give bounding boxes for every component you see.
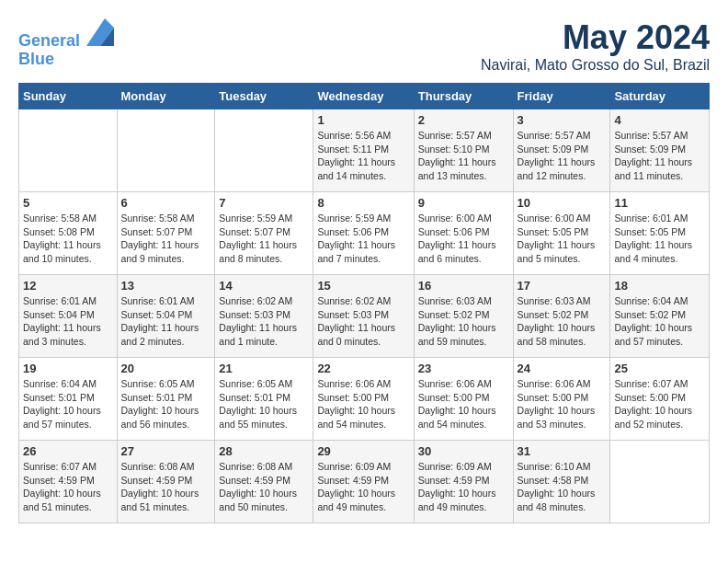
- logo-general: General: [18, 31, 80, 50]
- day-cell: 25Sunrise: 6:07 AM Sunset: 5:00 PM Dayli…: [610, 358, 710, 441]
- day-number: 22: [317, 362, 409, 375]
- header-monday: Monday: [117, 84, 215, 109]
- day-number: 25: [614, 362, 705, 375]
- day-info: Sunrise: 5:59 AM Sunset: 5:06 PM Dayligh…: [317, 212, 409, 266]
- logo-icon: [86, 18, 114, 46]
- day-info: Sunrise: 6:04 AM Sunset: 5:02 PM Dayligh…: [614, 294, 705, 349]
- day-cell: [610, 441, 710, 523]
- day-info: Sunrise: 5:56 AM Sunset: 5:11 PM Dayligh…: [317, 129, 409, 183]
- day-cell: 21Sunrise: 6:05 AM Sunset: 5:01 PM Dayli…: [215, 358, 313, 441]
- day-number: 20: [121, 362, 211, 375]
- day-info: Sunrise: 5:58 AM Sunset: 5:07 PM Dayligh…: [121, 212, 211, 266]
- day-cell: 28Sunrise: 6:08 AM Sunset: 4:59 PM Dayli…: [215, 441, 313, 523]
- week-row-4: 19Sunrise: 6:04 AM Sunset: 5:01 PM Dayli…: [19, 358, 710, 441]
- day-info: Sunrise: 6:06 AM Sunset: 5:00 PM Dayligh…: [518, 377, 607, 431]
- day-cell: [19, 109, 118, 192]
- day-number: 29: [317, 444, 409, 458]
- logo: General Blue: [18, 18, 114, 69]
- day-cell: 31Sunrise: 6:10 AM Sunset: 4:58 PM Dayli…: [513, 441, 610, 523]
- day-number: 27: [121, 444, 211, 458]
- day-info: Sunrise: 6:04 AM Sunset: 5:01 PM Dayligh…: [23, 377, 113, 431]
- month-title: May 2024: [481, 18, 710, 57]
- header-friday: Friday: [513, 84, 610, 109]
- day-number: 4: [614, 113, 705, 127]
- day-cell: 12Sunrise: 6:01 AM Sunset: 5:04 PM Dayli…: [19, 275, 118, 358]
- day-info: Sunrise: 6:10 AM Sunset: 4:58 PM Dayligh…: [518, 460, 607, 514]
- day-number: 2: [418, 113, 509, 127]
- day-info: Sunrise: 6:00 AM Sunset: 5:06 PM Dayligh…: [418, 212, 509, 266]
- day-info: Sunrise: 6:08 AM Sunset: 4:59 PM Dayligh…: [219, 460, 309, 514]
- day-number: 7: [219, 196, 309, 210]
- day-info: Sunrise: 5:57 AM Sunset: 5:10 PM Dayligh…: [418, 129, 509, 183]
- header-row: SundayMondayTuesdayWednesdayThursdayFrid…: [19, 84, 710, 109]
- day-cell: 13Sunrise: 6:01 AM Sunset: 5:04 PM Dayli…: [117, 275, 215, 358]
- day-info: Sunrise: 6:05 AM Sunset: 5:01 PM Dayligh…: [219, 377, 309, 431]
- calendar-table: SundayMondayTuesdayWednesdayThursdayFrid…: [18, 83, 710, 523]
- header-saturday: Saturday: [610, 84, 710, 109]
- header-tuesday: Tuesday: [215, 84, 313, 109]
- location: Navirai, Mato Grosso do Sul, Brazil: [481, 57, 710, 74]
- day-cell: [117, 109, 215, 192]
- week-row-2: 5Sunrise: 5:58 AM Sunset: 5:08 PM Daylig…: [19, 192, 710, 275]
- day-cell: 10Sunrise: 6:00 AM Sunset: 5:05 PM Dayli…: [513, 192, 610, 275]
- day-number: 23: [418, 362, 509, 375]
- day-number: 26: [23, 444, 113, 458]
- logo-text: General Blue: [18, 18, 114, 69]
- day-cell: 4Sunrise: 5:57 AM Sunset: 5:09 PM Daylig…: [610, 109, 710, 192]
- day-number: 30: [418, 444, 509, 458]
- day-cell: 24Sunrise: 6:06 AM Sunset: 5:00 PM Dayli…: [513, 358, 610, 441]
- day-cell: 15Sunrise: 6:02 AM Sunset: 5:03 PM Dayli…: [313, 275, 414, 358]
- day-info: Sunrise: 6:01 AM Sunset: 5:05 PM Dayligh…: [614, 212, 705, 266]
- day-info: Sunrise: 6:09 AM Sunset: 4:59 PM Dayligh…: [317, 460, 409, 514]
- week-row-3: 12Sunrise: 6:01 AM Sunset: 5:04 PM Dayli…: [19, 275, 710, 358]
- day-cell: 11Sunrise: 6:01 AM Sunset: 5:05 PM Dayli…: [610, 192, 710, 275]
- day-cell: 14Sunrise: 6:02 AM Sunset: 5:03 PM Dayli…: [215, 275, 313, 358]
- day-number: 16: [418, 279, 509, 293]
- day-info: Sunrise: 5:57 AM Sunset: 5:09 PM Dayligh…: [614, 129, 705, 183]
- day-number: 13: [121, 279, 211, 293]
- day-number: 1: [317, 113, 409, 127]
- header-sunday: Sunday: [19, 84, 118, 109]
- day-info: Sunrise: 6:08 AM Sunset: 4:59 PM Dayligh…: [121, 460, 211, 514]
- day-cell: 20Sunrise: 6:05 AM Sunset: 5:01 PM Dayli…: [117, 358, 215, 441]
- day-info: Sunrise: 6:09 AM Sunset: 4:59 PM Dayligh…: [418, 460, 509, 514]
- day-info: Sunrise: 5:59 AM Sunset: 5:07 PM Dayligh…: [219, 212, 309, 266]
- day-cell: 19Sunrise: 6:04 AM Sunset: 5:01 PM Dayli…: [19, 358, 118, 441]
- day-cell: 9Sunrise: 6:00 AM Sunset: 5:06 PM Daylig…: [414, 192, 513, 275]
- day-number: 5: [23, 196, 113, 210]
- header-thursday: Thursday: [414, 84, 513, 109]
- day-info: Sunrise: 6:01 AM Sunset: 5:04 PM Dayligh…: [23, 294, 113, 349]
- day-number: 3: [518, 113, 607, 127]
- day-cell: 23Sunrise: 6:06 AM Sunset: 5:00 PM Dayli…: [414, 358, 513, 441]
- day-cell: 29Sunrise: 6:09 AM Sunset: 4:59 PM Dayli…: [313, 441, 414, 523]
- day-number: 14: [219, 279, 309, 293]
- day-number: 9: [418, 196, 509, 210]
- day-number: 19: [23, 362, 113, 375]
- week-row-5: 26Sunrise: 6:07 AM Sunset: 4:59 PM Dayli…: [19, 441, 710, 523]
- day-cell: 26Sunrise: 6:07 AM Sunset: 4:59 PM Dayli…: [19, 441, 118, 523]
- day-number: 31: [518, 444, 607, 458]
- day-info: Sunrise: 6:01 AM Sunset: 5:04 PM Dayligh…: [121, 294, 211, 349]
- day-number: 10: [518, 196, 607, 210]
- day-info: Sunrise: 6:02 AM Sunset: 5:03 PM Dayligh…: [317, 294, 409, 349]
- day-info: Sunrise: 6:07 AM Sunset: 5:00 PM Dayligh…: [614, 377, 705, 431]
- day-number: 6: [121, 196, 211, 210]
- day-cell: 17Sunrise: 6:03 AM Sunset: 5:02 PM Dayli…: [513, 275, 610, 358]
- day-number: 15: [317, 279, 409, 293]
- day-info: Sunrise: 6:03 AM Sunset: 5:02 PM Dayligh…: [518, 294, 607, 349]
- day-number: 21: [219, 362, 309, 375]
- title-block: May 2024 Navirai, Mato Grosso do Sul, Br…: [481, 18, 710, 74]
- day-info: Sunrise: 6:02 AM Sunset: 5:03 PM Dayligh…: [219, 294, 309, 349]
- day-cell: 7Sunrise: 5:59 AM Sunset: 5:07 PM Daylig…: [215, 192, 313, 275]
- day-info: Sunrise: 6:06 AM Sunset: 5:00 PM Dayligh…: [418, 377, 509, 431]
- day-info: Sunrise: 6:06 AM Sunset: 5:00 PM Dayligh…: [317, 377, 409, 431]
- day-cell: 5Sunrise: 5:58 AM Sunset: 5:08 PM Daylig…: [19, 192, 118, 275]
- day-info: Sunrise: 5:58 AM Sunset: 5:08 PM Dayligh…: [23, 212, 113, 266]
- day-cell: 16Sunrise: 6:03 AM Sunset: 5:02 PM Dayli…: [414, 275, 513, 358]
- day-cell: 27Sunrise: 6:08 AM Sunset: 4:59 PM Dayli…: [117, 441, 215, 523]
- day-cell: 18Sunrise: 6:04 AM Sunset: 5:02 PM Dayli…: [610, 275, 710, 358]
- day-cell: 1Sunrise: 5:56 AM Sunset: 5:11 PM Daylig…: [313, 109, 414, 192]
- day-number: 11: [614, 196, 705, 210]
- day-cell: 2Sunrise: 5:57 AM Sunset: 5:10 PM Daylig…: [414, 109, 513, 192]
- day-cell: [215, 109, 313, 192]
